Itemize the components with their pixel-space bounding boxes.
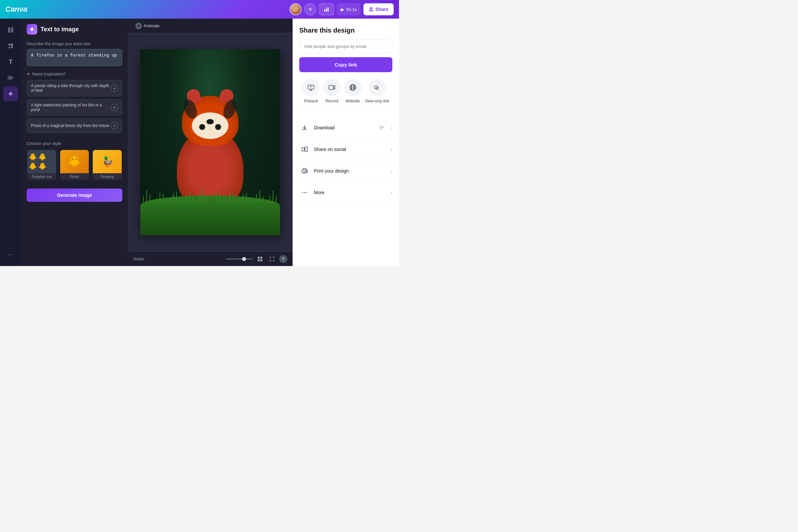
website-icon-circle [344,79,361,96]
zoom-slider[interactable] [226,258,253,260]
add-button[interactable]: + [304,3,316,15]
share-social-label: Share on social [314,147,387,152]
svg-rect-13 [308,85,314,89]
svg-rect-20 [302,148,304,151]
share-icons-row: Present Record [299,79,392,103]
ai-icon [7,91,14,97]
share-button[interactable]: Share [363,3,394,15]
print-label: Print your design [314,168,387,174]
inspiration-item-0[interactable]: A panda riding a bike through city with … [26,80,122,96]
sidebar-item-ai[interactable] [3,87,18,101]
copy-link-button[interactable]: Copy link [299,57,392,72]
grid-view-button[interactable] [255,254,265,264]
svg-rect-4 [11,27,13,33]
canvas-content[interactable] [128,33,292,251]
share-print[interactable]: Print your design › [292,160,399,182]
record-icon-circle [323,79,341,96]
download-label: Download [314,125,387,130]
sidebar-item-audio[interactable] [3,71,18,85]
svg-rect-21 [305,147,307,152]
share-view-only-link[interactable]: View-only link [365,79,389,103]
panel-title-icon [26,24,37,35]
help-button[interactable]: ? [279,255,287,263]
svg-rect-11 [258,259,260,261]
share-download[interactable]: Download › ☞ [292,117,399,139]
style-photo-img: 🐥 [60,150,89,173]
audio-icon [7,75,14,81]
generate-button[interactable]: Generate image [26,189,122,202]
style-drawing[interactable]: 🦆 Drawing [92,149,122,180]
style-surprise-img: 🐥🐥 🐥🐥 [27,150,56,173]
share-present[interactable]: Present [302,79,320,103]
rp-nose [207,119,214,125]
more-svg-icon [301,189,308,196]
canvas-bottom-bar: Notes ? [128,251,292,266]
canvas-area: Animate [128,19,292,266]
present-label: Present [304,99,318,103]
panel-title: Text to image [41,26,79,33]
expand-icon [270,257,274,261]
style-photo[interactable]: 🐥 Photo [59,149,90,180]
add-inspiration-0[interactable]: + [111,84,118,92]
svg-point-26 [306,192,307,193]
zoom-thumb [242,257,246,261]
share-content: Share this design Copy link Present [292,19,399,117]
website-icon [349,84,357,91]
share-record[interactable]: Record [323,79,341,103]
share-icon [369,7,374,12]
main-area: T ··· Text to image Describe t [0,19,399,266]
style-label: Choose your style [26,141,122,146]
style-surprise-me[interactable]: 🐥🐥 🐥🐥 Surprise me [26,149,57,180]
elements-icon [7,42,14,49]
add-inspiration-1[interactable]: + [111,104,118,111]
animate-label: Animate [144,23,159,28]
svg-point-7 [11,46,13,48]
analytics-button[interactable] [319,3,334,15]
timer-button[interactable]: ▶ 50.1s [337,3,361,15]
add-inspiration-2[interactable]: + [111,122,118,129]
record-label: Record [325,99,339,103]
sidebar-item-text[interactable]: T [3,55,18,69]
more-dots-icon: ··· [8,252,13,258]
present-icon-circle [302,79,320,96]
inspiration-text-0: A panda riding a bike through city with … [31,83,111,93]
style-photo-label: Photo [60,173,89,180]
avatar[interactable] [290,3,302,15]
animate-button[interactable]: Animate [133,22,162,30]
analytics-icon [324,7,329,12]
header-controls: + ▶ 50.1s Share [290,3,394,15]
social-svg-icon [301,146,308,153]
inspiration-item-1[interactable]: A light watercolor painting of koi fish … [26,99,122,116]
design-canvas [140,49,280,235]
svg-rect-1 [326,8,327,12]
sidebar-item-pages[interactable] [3,23,18,37]
timer-value: 50.1s [346,7,357,12]
sidebar-item-elements[interactable] [3,39,18,53]
share-social[interactable]: Share on social › [292,139,399,160]
svg-rect-14 [329,86,334,90]
view-only-link-icon-circle [368,79,386,96]
share-social-chevron: › [391,147,392,152]
inspiration-item-2[interactable]: Photo of a magical forest city from the … [26,118,122,133]
rp-head [182,96,239,146]
share-label: Share [375,7,388,12]
share-divider [292,110,399,110]
share-more[interactable]: More › [292,182,399,204]
share-title: Share this design [299,26,392,34]
share-website[interactable]: Website [344,79,361,103]
sidebar-item-more[interactable]: ··· [3,247,18,262]
rp-face [192,112,228,139]
avatar-image [290,4,301,15]
share-social-icon [299,144,310,155]
more-chevron: › [391,190,392,195]
email-input[interactable] [299,40,392,53]
sidebar-icons: T ··· [0,19,21,266]
panel-title-row: Text to image [26,24,122,35]
record-icon [328,84,336,91]
expand-button[interactable] [267,254,277,264]
svg-point-23 [306,171,307,171]
svg-rect-3 [8,27,10,33]
style-drawing-label: Drawing [93,173,122,180]
prompt-input[interactable]: A firefox in a forest standing up [26,49,122,66]
print-svg-icon [301,168,308,174]
